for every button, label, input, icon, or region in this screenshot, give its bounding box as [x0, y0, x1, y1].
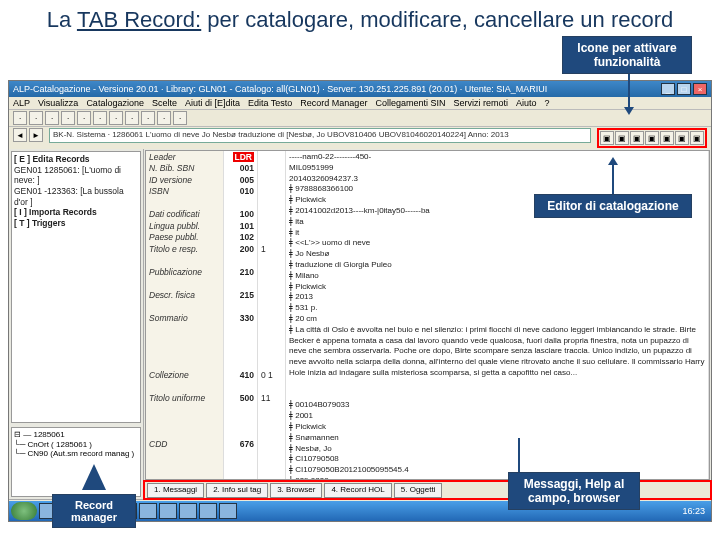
record-manager-panel[interactable]: ⊟ — 1285061 └─ CnOrt ( 1285061 ) └─ CN90…: [11, 427, 141, 497]
marc-indicator[interactable]: [261, 358, 282, 369]
marc-tag[interactable]: [227, 416, 254, 427]
feature-icon[interactable]: ▣: [675, 131, 689, 145]
marc-indicator[interactable]: [261, 313, 282, 324]
marc-tag[interactable]: 102: [227, 232, 254, 243]
marc-tag[interactable]: 500: [227, 393, 254, 404]
menu-item[interactable]: Aiuto: [516, 98, 537, 108]
menu-item[interactable]: ALP: [13, 98, 30, 108]
marc-value[interactable]: MIL0951999: [289, 163, 705, 174]
maximize-icon[interactable]: □: [677, 83, 691, 95]
marc-indicator[interactable]: [261, 427, 282, 438]
lower-tab[interactable]: 4. Record HOL: [324, 483, 391, 498]
marc-indicator[interactable]: [261, 163, 282, 174]
marc-tag[interactable]: 010: [227, 186, 254, 197]
marc-tag[interactable]: [227, 404, 254, 415]
marc-indicator[interactable]: [261, 221, 282, 232]
marc-indicator[interactable]: [261, 232, 282, 243]
taskbar-app-icon[interactable]: [219, 503, 237, 519]
feature-icon[interactable]: ▣: [630, 131, 644, 145]
marc-indicator[interactable]: [261, 324, 282, 335]
marc-value[interactable]: ǂ traduzione di Giorgia Puleo: [289, 260, 705, 271]
menu-item[interactable]: Record Manager: [300, 98, 367, 108]
marc-indicator[interactable]: 0 1: [261, 370, 282, 381]
marc-value[interactable]: ǂ it: [289, 228, 705, 239]
marc-tag[interactable]: 215: [227, 290, 254, 301]
marc-value[interactable]: ǂ Snømannen: [289, 433, 705, 444]
marc-indicator[interactable]: [261, 255, 282, 266]
marc-indicator[interactable]: 1: [261, 244, 282, 255]
marc-tag[interactable]: [227, 336, 254, 347]
marc-tag[interactable]: [227, 324, 254, 335]
menu-item[interactable]: Visualizza: [38, 98, 78, 108]
marc-indicator[interactable]: [261, 416, 282, 427]
marc-tag[interactable]: LDR: [227, 152, 254, 163]
marc-tag[interactable]: [227, 427, 254, 438]
toolbar-button[interactable]: ·: [61, 111, 75, 125]
marc-tag[interactable]: [227, 301, 254, 312]
marc-indicator[interactable]: [261, 152, 282, 163]
marc-value[interactable]: -----nam0-22--------450-: [289, 152, 705, 163]
minimize-icon[interactable]: _: [661, 83, 675, 95]
toolbar-button[interactable]: ·: [93, 111, 107, 125]
lower-tab[interactable]: 5. Oggetti: [394, 483, 443, 498]
marc-value[interactable]: ǂ Jo Nesbø: [289, 249, 705, 260]
marc-value[interactable]: ǂ Milano: [289, 271, 705, 282]
taskbar-app-icon[interactable]: [139, 503, 157, 519]
marc-indicator[interactable]: 11: [261, 393, 282, 404]
menu-item[interactable]: Aiuti di [E]dita: [185, 98, 240, 108]
taskbar-app-icon[interactable]: [199, 503, 217, 519]
marc-value[interactable]: 20140326094237.3: [289, 174, 705, 185]
toolbar-button[interactable]: ·: [109, 111, 123, 125]
marc-tag[interactable]: [227, 347, 254, 358]
marc-indicator[interactable]: [261, 175, 282, 186]
marc-value[interactable]: ǂ 2001: [289, 411, 705, 422]
marc-value[interactable]: ǂ 00104B079033: [289, 400, 705, 411]
marc-indicator[interactable]: [261, 404, 282, 415]
marc-indicator[interactable]: [261, 381, 282, 392]
marc-value[interactable]: ǂ CI10790508: [289, 454, 705, 465]
marc-indicator[interactable]: [261, 439, 282, 450]
menu-item[interactable]: ?: [544, 98, 549, 108]
start-button[interactable]: [11, 502, 37, 520]
taskbar-app-icon[interactable]: [159, 503, 177, 519]
toolbar-button[interactable]: ·: [13, 111, 27, 125]
marc-value[interactable]: ǂ 2013: [289, 292, 705, 303]
marc-tag[interactable]: 330: [227, 313, 254, 324]
lower-tab[interactable]: 2. Info sul tag: [206, 483, 268, 498]
menu-item[interactable]: Servizi remoti: [453, 98, 508, 108]
marc-value[interactable]: [289, 379, 705, 390]
marc-tag[interactable]: 100: [227, 209, 254, 220]
nav-back-icon[interactable]: ◄: [13, 128, 27, 142]
marc-value[interactable]: ǂ 20 cm: [289, 314, 705, 325]
feature-icon[interactable]: ▣: [690, 131, 704, 145]
marc-tag[interactable]: [227, 255, 254, 266]
marc-tag[interactable]: 210: [227, 267, 254, 278]
marc-indicator[interactable]: [261, 278, 282, 289]
marc-value[interactable]: ǂ <<L'>> uomo di neve: [289, 238, 705, 249]
lower-tab[interactable]: 3. Browser: [270, 483, 322, 498]
marc-tag[interactable]: [227, 358, 254, 369]
marc-tag[interactable]: 410: [227, 370, 254, 381]
marc-value[interactable]: [289, 390, 705, 401]
marc-indicator[interactable]: [261, 347, 282, 358]
toolbar-button[interactable]: ·: [125, 111, 139, 125]
record-tree[interactable]: [ E ] Edita Records GEN01 1285061: [L'uo…: [11, 151, 141, 423]
marc-value[interactable]: ǂ ita: [289, 217, 705, 228]
marc-tag[interactable]: [227, 278, 254, 289]
marc-value[interactable]: ǂ 839.8238: [289, 476, 705, 480]
feature-icon[interactable]: ▣: [660, 131, 674, 145]
marc-indicator[interactable]: [261, 198, 282, 209]
marc-tag[interactable]: [227, 198, 254, 209]
toolbar-button[interactable]: ·: [45, 111, 59, 125]
marc-indicator[interactable]: [261, 290, 282, 301]
menu-item[interactable]: Scelte: [152, 98, 177, 108]
toolbar-button[interactable]: ·: [173, 111, 187, 125]
marc-indicator[interactable]: [261, 301, 282, 312]
marc-value[interactable]: ǂ Nesbø, Jo: [289, 444, 705, 455]
toolbar-button[interactable]: ·: [29, 111, 43, 125]
marc-value[interactable]: ǂ Pickwick: [289, 422, 705, 433]
marc-indicator[interactable]: [261, 209, 282, 220]
marc-indicator[interactable]: [261, 336, 282, 347]
marc-value[interactable]: ǂ 531 p.: [289, 303, 705, 314]
marc-tag[interactable]: 200: [227, 244, 254, 255]
